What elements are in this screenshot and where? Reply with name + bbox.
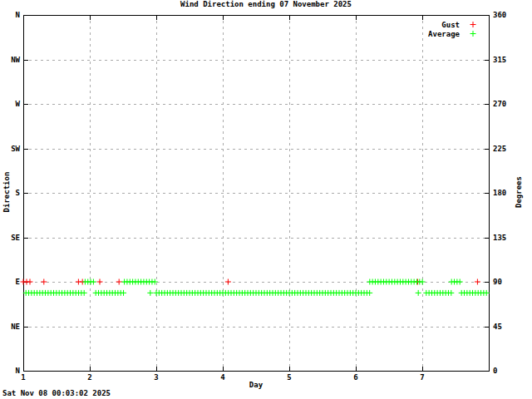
average-points (23, 279, 490, 296)
y-tick-left-3: SW (0, 145, 20, 153)
chart-title: Wind Direction ending 07 November 2025 (0, 0, 532, 8)
x-tick-0: 1 (15, 373, 32, 382)
wind-direction-chart: Wind Direction ending 07 November 2025 D… (0, 0, 532, 399)
y-tick-left-1: NW (0, 56, 20, 64)
y-tick-left-2: W (0, 100, 20, 108)
x-axis-label: Day (23, 381, 489, 389)
y-tick-right-4: 180 (493, 189, 518, 197)
y-tick-right-1: 315 (493, 56, 518, 64)
y-tick-left-0: N (0, 11, 20, 19)
x-tick-2: 3 (148, 373, 165, 382)
x-tick-4: 5 (281, 373, 298, 382)
y-tick-left-6: E (0, 278, 20, 286)
x-tick-1: 2 (81, 373, 98, 382)
x-tick-5: 6 (347, 373, 364, 382)
y-tick-right-0: 360 (493, 11, 518, 19)
plot-area (0, 0, 532, 399)
legend-label-gust: Gust (401, 21, 460, 29)
y-tick-right-6: 90 (493, 278, 518, 286)
y-tick-left-5: SE (0, 234, 20, 242)
legend-label-average: Average (401, 30, 460, 38)
legend-marker-gust (470, 22, 476, 27)
y-tick-right-7: 45 (493, 323, 518, 331)
y-tick-right-5: 135 (493, 234, 518, 242)
y-tick-left-4: S (0, 189, 20, 197)
x-tick-6: 7 (414, 373, 431, 382)
legend-marker-average (470, 31, 476, 37)
grid-lines (23, 15, 489, 371)
x-tick-3: 4 (214, 373, 231, 382)
y-tick-right-2: 270 (493, 100, 518, 108)
y-tick-right-3: 225 (493, 145, 518, 153)
plot-timestamp: Sat Nov 08 00:03:02 2025 (2, 389, 111, 397)
y-tick-left-7: NE (0, 323, 20, 331)
y-tick-right-8: 0 (493, 367, 518, 375)
